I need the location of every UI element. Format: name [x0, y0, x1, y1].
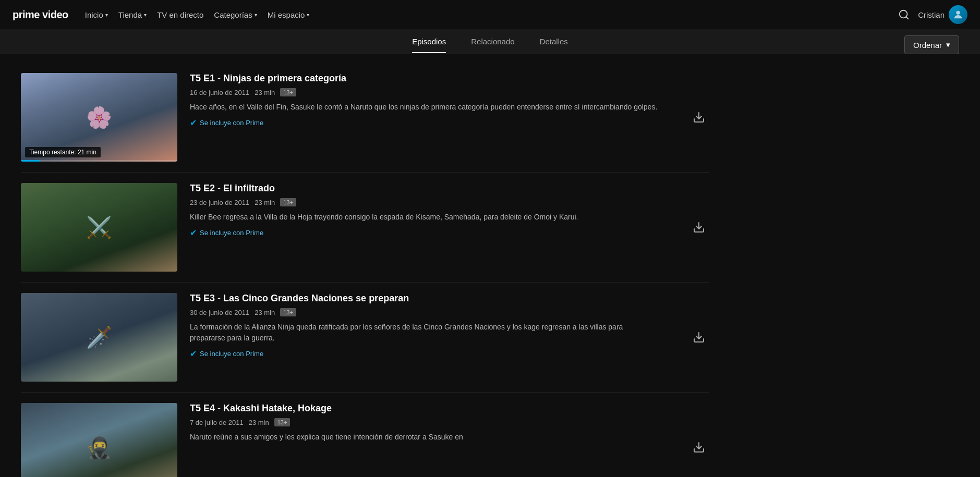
- nav-categorias[interactable]: Categorías ▾: [214, 10, 257, 19]
- prime-badge: ✔ Se incluye con Prime: [190, 228, 676, 238]
- episode-meta: 16 de junio de 2011 23 min 13+: [190, 88, 676, 96]
- chevron-down-icon: ▾: [105, 12, 108, 18]
- episode-duration: 23 min: [255, 309, 275, 316]
- episode-row: 🌸 Tiempo restante: 21 min T5 E1 - Ninjas…: [21, 63, 709, 173]
- episode-duration: 23 min: [249, 419, 269, 426]
- episode-title: T5 E4 - Kakashi Hatake, Hokage: [190, 403, 676, 414]
- tab-episodios[interactable]: Episodios: [412, 30, 446, 53]
- user-menu[interactable]: Cristian: [918, 5, 967, 24]
- search-icon[interactable]: [898, 9, 910, 20]
- episode-thumbnail[interactable]: 🥷: [21, 403, 177, 477]
- chevron-down-icon: ▾: [307, 12, 309, 18]
- episode-description: Killer Bee regresa a la Villa de la Hoja…: [190, 212, 659, 223]
- tab-relacionado[interactable]: Relacionado: [471, 30, 514, 53]
- episode-date: 23 de junio de 2011: [190, 199, 249, 206]
- prime-label: Se incluye con Prime: [200, 119, 263, 127]
- thumbnail-image: 🗡️: [21, 293, 177, 382]
- nav-mi-espacio[interactable]: Mi espacio ▾: [268, 10, 310, 19]
- episode-description: Hace años, en el Valle del Fin, Sasuke l…: [190, 102, 659, 113]
- download-button[interactable]: [688, 217, 709, 238]
- download-button[interactable]: [688, 437, 709, 458]
- chevron-down-icon: ▾: [946, 40, 950, 50]
- rating-badge: 13+: [280, 308, 296, 316]
- sort-button[interactable]: Ordenar ▾: [904, 35, 959, 54]
- avatar: [949, 5, 967, 24]
- header: prime video Inicio ▾ Tienda ▾ TV en dire…: [0, 0, 980, 29]
- thumbnail-image: ⚔️: [21, 183, 177, 272]
- prime-label: Se incluye con Prime: [200, 350, 263, 358]
- episode-info: T5 E2 - El infiltrado 23 de junio de 201…: [190, 183, 676, 238]
- time-remaining: Tiempo restante: 21 min: [25, 147, 101, 157]
- download-button[interactable]: [688, 327, 709, 348]
- svg-line-1: [906, 17, 908, 19]
- nav-tienda[interactable]: Tienda ▾: [118, 10, 147, 19]
- progress-bar: [21, 160, 177, 162]
- episode-meta: 30 de junio de 2011 23 min 13+: [190, 308, 676, 316]
- episode-date: 16 de junio de 2011: [190, 89, 249, 96]
- episode-thumbnail[interactable]: 🗡️: [21, 293, 177, 382]
- episode-meta: 23 de junio de 2011 23 min 13+: [190, 198, 676, 206]
- chevron-down-icon: ▾: [255, 12, 257, 18]
- episode-duration: 23 min: [255, 89, 275, 96]
- episode-info: T5 E4 - Kakashi Hatake, Hokage 7 de juli…: [190, 403, 676, 448]
- tabs-bar: Episodios Relacionado Detalles: [0, 29, 980, 54]
- episode-title: T5 E2 - El infiltrado: [190, 183, 676, 194]
- episode-info: T5 E3 - Las Cinco Grandes Naciones se pr…: [190, 293, 676, 359]
- tabs-inner: Episodios Relacionado Detalles: [412, 30, 568, 53]
- nav: Inicio ▾ Tienda ▾ TV en directo Categorí…: [85, 10, 881, 19]
- episode-thumbnail[interactable]: 🌸 Tiempo restante: 21 min: [21, 73, 177, 162]
- episode-date: 7 de julio de 2011: [190, 419, 244, 426]
- episode-row: ⚔️ T5 E2 - El infiltrado 23 de junio de …: [21, 173, 709, 283]
- header-right: Cristian: [898, 5, 967, 24]
- episodes-list: 🌸 Tiempo restante: 21 min T5 E1 - Ninjas…: [0, 54, 730, 477]
- svg-point-2: [956, 11, 960, 15]
- episode-title: T5 E3 - Las Cinco Grandes Naciones se pr…: [190, 293, 676, 304]
- episode-date: 30 de junio de 2011: [190, 309, 249, 316]
- thumbnail-image: 🥷: [21, 403, 177, 477]
- rating-badge: 13+: [280, 198, 296, 206]
- episode-thumbnail[interactable]: ⚔️: [21, 183, 177, 272]
- episode-title: T5 E1 - Ninjas de primera categoría: [190, 73, 676, 84]
- episode-info: T5 E1 - Ninjas de primera categoría 16 d…: [190, 73, 676, 128]
- rating-badge: 13+: [280, 88, 296, 96]
- tab-detalles[interactable]: Detalles: [540, 30, 568, 53]
- check-icon: ✔: [190, 118, 197, 128]
- logo[interactable]: prime video: [13, 9, 68, 21]
- nav-inicio[interactable]: Inicio ▾: [85, 10, 108, 19]
- prime-badge: ✔ Se incluye con Prime: [190, 118, 676, 128]
- episode-description: Naruto reúne a sus amigos y les explica …: [190, 432, 659, 443]
- episode-description: La formación de la Alianza Ninja queda r…: [190, 322, 659, 344]
- prime-badge: ✔ Se incluye con Prime: [190, 349, 676, 359]
- episode-meta: 7 de julio de 2011 23 min 13+: [190, 418, 676, 426]
- rating-badge: 13+: [274, 418, 291, 426]
- episode-row: 🗡️ T5 E3 - Las Cinco Grandes Naciones se…: [21, 283, 709, 393]
- user-name: Cristian: [918, 10, 945, 19]
- chevron-down-icon: ▾: [144, 12, 147, 18]
- check-icon: ✔: [190, 228, 197, 238]
- check-icon: ✔: [190, 349, 197, 359]
- download-button[interactable]: [688, 107, 709, 128]
- episode-row: 🥷 T5 E4 - Kakashi Hatake, Hokage 7 de ju…: [21, 393, 709, 477]
- episode-duration: 23 min: [255, 199, 275, 206]
- nav-tv-directo[interactable]: TV en directo: [157, 10, 203, 19]
- progress-fill: [21, 160, 40, 162]
- prime-label: Se incluye con Prime: [200, 229, 263, 237]
